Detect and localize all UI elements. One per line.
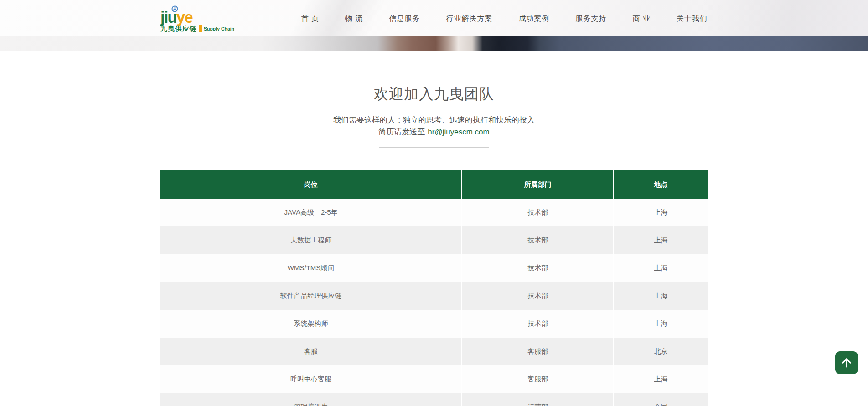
intro-line-2-prefix: 简历请发送至 — [378, 128, 425, 136]
cell-department: 客服部 — [462, 365, 614, 393]
intro-line-2: 简历请发送至hr@jiuyescm.com — [0, 126, 868, 138]
cell-department: 技术部 — [462, 254, 614, 282]
back-to-top-button[interactable] — [835, 351, 858, 374]
table-row: JAVA高级 2-5年 技术部 上海 — [160, 199, 708, 226]
cell-department: 运营部 — [462, 393, 614, 406]
col-header-position: 岗位 — [160, 170, 462, 199]
navbar-inner: jiuye 九曳供应链 Supply Chain 首 页物 流信息服务行业解决方… — [160, 0, 708, 37]
page-title: 欢迎加入九曳团队 — [0, 84, 868, 104]
intro-line-1: 我们需要这样的人：独立的思考、迅速的执行和快乐的投入 — [0, 114, 868, 126]
cell-location: 上海 — [614, 282, 708, 310]
cell-position: 大数据工程师 — [160, 226, 462, 254]
cell-location: 上海 — [614, 254, 708, 282]
cell-location: 上海 — [614, 365, 708, 393]
cell-location: 上海 — [614, 226, 708, 254]
table-row: 大数据工程师 技术部 上海 — [160, 226, 708, 254]
nav-item[interactable]: 信息服务 — [389, 14, 420, 24]
cell-position: 呼叫中心客服 — [160, 365, 462, 393]
nav-item[interactable]: 成功案例 — [519, 14, 550, 24]
cell-location: 北京 — [614, 338, 708, 365]
nav-item[interactable]: 行业解决方案 — [446, 14, 493, 24]
logo-subtitle: 九曳供应链 Supply Chain — [160, 25, 234, 32]
main-nav: 首 页物 流信息服务行业解决方案成功案例服务支持商 业关于我们 — [301, 14, 708, 24]
hero-photo-strip — [0, 36, 868, 51]
logo-en-text: Supply Chain — [204, 26, 234, 32]
cell-location: 上海 — [614, 199, 708, 226]
table-row: 系统架构师 技术部 上海 — [160, 310, 708, 338]
section-divider — [379, 147, 489, 148]
cell-department: 技术部 — [462, 199, 614, 226]
cell-department: 客服部 — [462, 338, 614, 365]
arrow-up-icon — [839, 355, 854, 370]
cell-position: 软件产品经理供应链 — [160, 282, 462, 310]
table-row: 客服 客服部 北京 — [160, 338, 708, 365]
cell-location: 全国 — [614, 393, 708, 406]
nav-item[interactable]: 关于我们 — [677, 14, 708, 24]
cell-department: 技术部 — [462, 282, 614, 310]
cell-position: JAVA高级 2-5年 — [160, 199, 462, 226]
cell-position: 系统架构师 — [160, 310, 462, 338]
logo-text-ye: ye — [176, 8, 192, 26]
cell-position: 客服 — [160, 338, 462, 365]
nav-item[interactable]: 物 流 — [345, 14, 363, 24]
cell-position: WMS/TMS顾问 — [160, 254, 462, 282]
table-row: 管理培训生 运营部 全国 — [160, 393, 708, 406]
col-header-location: 地点 — [614, 170, 708, 199]
table-row: 呼叫中心客服 客服部 上海 — [160, 365, 708, 393]
table-row: WMS/TMS顾问 技术部 上海 — [160, 254, 708, 282]
nav-item[interactable]: 首 页 — [301, 14, 319, 24]
nav-item[interactable]: 商 业 — [633, 14, 651, 24]
wheel-icon — [171, 5, 178, 12]
brand-logo[interactable]: jiuye 九曳供应链 Supply Chain — [160, 5, 234, 32]
header-hero: jiuye 九曳供应链 Supply Chain 首 页物 流信息服务行业解决方… — [0, 0, 868, 51]
table-row: 软件产品经理供应链 技术部 上海 — [160, 282, 708, 310]
cell-position: 管理培训生 — [160, 393, 462, 406]
cell-department: 技术部 — [462, 226, 614, 254]
cell-location: 上海 — [614, 310, 708, 338]
jobs-table: 岗位 所属部门 地点 JAVA高级 2-5年 技术部 上海 大数据工程师 技术部… — [160, 170, 708, 406]
logo-orange-bar — [199, 25, 202, 32]
navbar: jiuye 九曳供应链 Supply Chain 首 页物 流信息服务行业解决方… — [0, 0, 868, 37]
col-header-department: 所属部门 — [462, 170, 614, 199]
jobs-table-body: JAVA高级 2-5年 技术部 上海 大数据工程师 技术部 上海 WMS/TMS… — [160, 199, 708, 406]
hr-email-link[interactable]: hr@jiuyescm.com — [428, 128, 489, 136]
nav-item[interactable]: 服务支持 — [576, 14, 607, 24]
logo-cn-text: 九曳供应链 — [160, 25, 197, 32]
cell-department: 技术部 — [462, 310, 614, 338]
careers-section: 欢迎加入九曳团队 我们需要这样的人：独立的思考、迅速的执行和快乐的投入 简历请发… — [0, 84, 868, 406]
table-header-row: 岗位 所属部门 地点 — [160, 170, 708, 199]
